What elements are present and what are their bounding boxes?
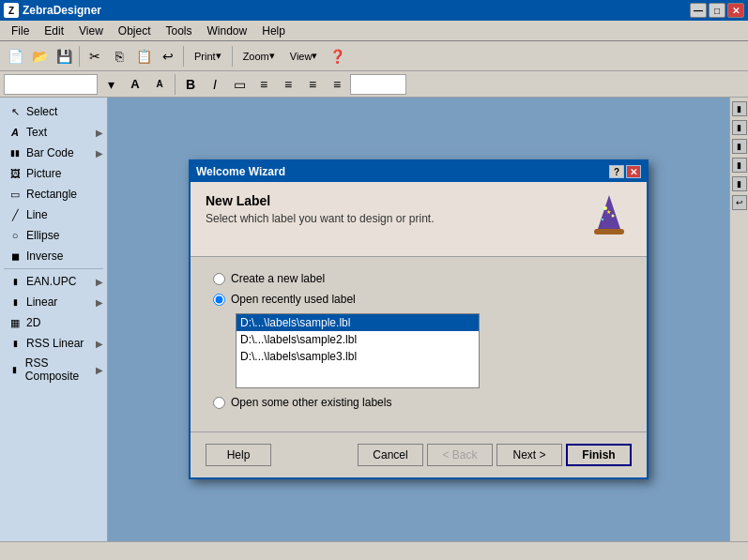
print-button[interactable]: Print▾ bbox=[188, 45, 228, 68]
paste-button[interactable]: 📋 bbox=[132, 45, 155, 68]
sidebar-item-barcode[interactable]: ▮▮ Bar Code ▶ bbox=[0, 143, 107, 163]
open-recent-label[interactable]: Open recently used label bbox=[231, 293, 356, 306]
sidebar-item-inverse[interactable]: ◼ Inverse bbox=[0, 246, 107, 266]
menu-view[interactable]: View bbox=[71, 23, 111, 39]
picture-icon: 🖼 bbox=[8, 166, 23, 181]
dialog-title: Welcome Wizard bbox=[196, 165, 607, 178]
svg-rect-1 bbox=[594, 229, 624, 235]
ellipse-icon: ○ bbox=[8, 228, 23, 243]
open-other-row: Open some other existing labels bbox=[213, 396, 624, 409]
right-btn-4[interactable]: ▮ bbox=[732, 158, 747, 173]
close-button[interactable]: ✕ bbox=[727, 3, 744, 18]
italic-button[interactable]: I bbox=[204, 73, 226, 96]
sidebar-item-rss-linear[interactable]: ▮ RSS Linear ▶ bbox=[0, 333, 107, 354]
sidebar-item-text[interactable]: A Text ▶ bbox=[0, 122, 107, 143]
menu-tools[interactable]: Tools bbox=[159, 23, 200, 39]
open-other-radio[interactable] bbox=[213, 397, 225, 409]
zoom-button[interactable]: Zoom▾ bbox=[237, 45, 282, 68]
menu-edit[interactable]: Edit bbox=[37, 23, 71, 39]
next-button[interactable]: Next > bbox=[496, 444, 562, 466]
list-item[interactable]: D:\...\labels\sample3.lbl bbox=[237, 348, 479, 365]
back-button[interactable]: < Back bbox=[427, 444, 493, 466]
format-btn-1[interactable]: ▭ bbox=[228, 73, 251, 96]
cut-button[interactable]: ✂ bbox=[84, 45, 106, 68]
font-dropdown[interactable] bbox=[4, 74, 98, 95]
sidebar-item-rss-composite[interactable]: ▮ RSS Composite ▶ bbox=[0, 354, 107, 386]
align-right[interactable]: ≡ bbox=[301, 73, 324, 96]
finish-button[interactable]: Finish bbox=[566, 444, 632, 466]
toolbar-sep-2 bbox=[183, 46, 184, 67]
maximize-button[interactable]: □ bbox=[709, 3, 725, 18]
rss-composite-arrow-icon: ▶ bbox=[96, 365, 103, 375]
right-btn-1[interactable]: ▮ bbox=[732, 101, 747, 116]
bold-button[interactable]: B bbox=[179, 73, 202, 96]
open-other-label[interactable]: Open some other existing labels bbox=[231, 396, 391, 409]
menu-window[interactable]: Window bbox=[200, 23, 255, 39]
text-arrow-icon: ▶ bbox=[96, 128, 103, 138]
dialog-header-text: New Label Select which label you want to… bbox=[206, 193, 434, 225]
sidebar-item-line[interactable]: ╱ Line bbox=[0, 204, 107, 225]
sidebar-item-rectangle[interactable]: ▭ Rectangle bbox=[0, 184, 107, 204]
dialog-header-title: New Label bbox=[206, 193, 434, 208]
new-button[interactable]: 📄 bbox=[4, 45, 26, 68]
undo-button[interactable]: ↩ bbox=[157, 45, 179, 68]
sidebar-divider-1 bbox=[4, 268, 103, 269]
toolbar2-sep-1 bbox=[175, 74, 176, 95]
create-new-label[interactable]: Create a new label bbox=[231, 272, 325, 285]
create-new-radio[interactable] bbox=[213, 273, 225, 285]
menu-file[interactable]: File bbox=[4, 23, 37, 39]
dialog-title-bar: Welcome Wizard ? ✕ bbox=[191, 161, 647, 182]
copy-button[interactable]: ⎘ bbox=[108, 45, 130, 68]
svg-point-3 bbox=[612, 215, 615, 218]
save-button[interactable]: 💾 bbox=[53, 45, 75, 68]
window-controls: — □ ✕ bbox=[690, 3, 744, 18]
ean-upc-icon: ▮ bbox=[8, 274, 23, 289]
open-button[interactable]: 📂 bbox=[28, 45, 51, 68]
right-sidebar: ▮ ▮ ▮ ▮ ▮ ↩ bbox=[729, 98, 748, 541]
sidebar-item-2d[interactable]: ▦ 2D bbox=[0, 312, 107, 333]
right-btn-3[interactable]: ▮ bbox=[732, 139, 747, 154]
font-size-up[interactable]: A bbox=[124, 73, 146, 96]
dialog-body: Create a new label Open recently used la… bbox=[191, 257, 647, 431]
size-dropdown[interactable] bbox=[350, 74, 406, 95]
minimize-button[interactable]: — bbox=[690, 3, 707, 18]
canvas-area: Welcome Wizard ? ✕ New Label Select whic… bbox=[108, 98, 729, 541]
dialog-footer: Help Cancel < Back Next > Finish bbox=[191, 431, 647, 477]
open-recent-radio[interactable] bbox=[213, 294, 225, 306]
sidebar-item-picture[interactable]: 🖼 Picture bbox=[0, 163, 107, 184]
help-icon-button[interactable]: ❓ bbox=[326, 45, 348, 68]
wizard-hat-icon: ★ ✦ bbox=[587, 193, 632, 238]
app-icon: Z bbox=[4, 3, 19, 18]
recent-files-listbox[interactable]: D:\...\labels\sample.lbl D:\...\labels\s… bbox=[236, 313, 480, 388]
left-sidebar: ↖ Select A Text ▶ ▮▮ Bar Code ▶ 🖼 Pictur… bbox=[0, 98, 108, 541]
toolbar-format: ▾ A A B I ▭ ≡ ≡ ≡ ≡ bbox=[0, 71, 748, 98]
font-size-down[interactable]: A bbox=[148, 73, 171, 96]
sidebar-item-ean-upc[interactable]: ▮ EAN.UPC ▶ bbox=[0, 271, 107, 292]
right-btn-2[interactable]: ▮ bbox=[732, 120, 747, 135]
dialog-help-button[interactable]: ? bbox=[609, 165, 624, 178]
linear-arrow-icon: ▶ bbox=[96, 297, 103, 308]
cancel-button[interactable]: Cancel bbox=[358, 444, 423, 466]
sidebar-item-linear[interactable]: ▮ Linear ▶ bbox=[0, 292, 107, 312]
help-button[interactable]: Help bbox=[206, 444, 271, 466]
list-item[interactable]: D:\...\labels\sample2.lbl bbox=[237, 331, 479, 348]
rss-composite-icon: ▮ bbox=[8, 362, 22, 377]
sidebar-item-ellipse[interactable]: ○ Ellipse bbox=[0, 225, 107, 246]
create-new-row: Create a new label bbox=[213, 272, 624, 285]
align-left[interactable]: ≡ bbox=[252, 73, 275, 96]
font-dropdown-btn[interactable]: ▾ bbox=[99, 73, 122, 96]
sidebar-item-select[interactable]: ↖ Select bbox=[0, 101, 107, 122]
right-btn-5[interactable]: ▮ bbox=[732, 176, 747, 191]
align-center[interactable]: ≡ bbox=[277, 73, 299, 96]
align-justify[interactable]: ≡ bbox=[326, 73, 348, 96]
menu-object[interactable]: Object bbox=[111, 23, 159, 39]
rectangle-icon: ▭ bbox=[8, 187, 23, 202]
menu-help[interactable]: Help bbox=[254, 23, 293, 39]
list-item[interactable]: D:\...\labels\sample.lbl bbox=[237, 314, 479, 331]
barcode-icon: ▮▮ bbox=[8, 145, 23, 160]
svg-text:★: ★ bbox=[606, 209, 611, 215]
dialog-close-button[interactable]: ✕ bbox=[626, 165, 641, 178]
right-btn-6[interactable]: ↩ bbox=[732, 195, 747, 210]
view-button[interactable]: View▾ bbox=[283, 45, 325, 68]
svg-point-4 bbox=[602, 219, 603, 220]
